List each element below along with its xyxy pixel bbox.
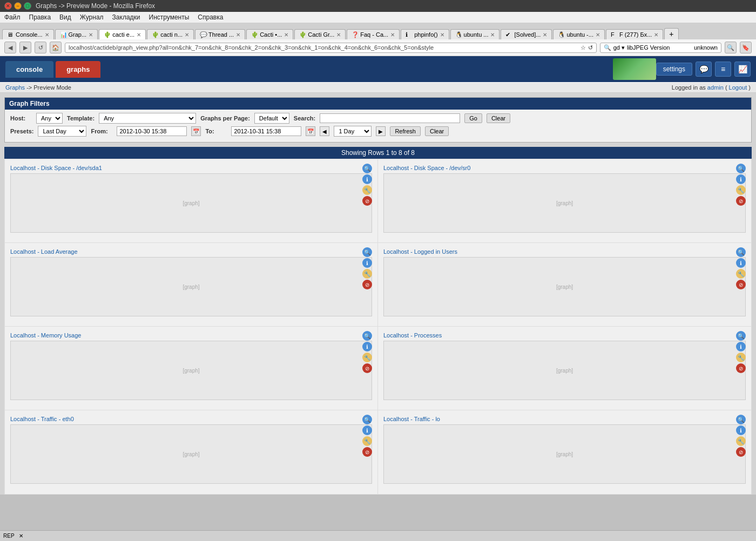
wrench-icon-4[interactable]: 🔧 <box>362 353 372 362</box>
tab-close-ubuntu2[interactable]: ✕ <box>596 32 600 38</box>
from-input[interactable] <box>117 126 187 136</box>
tab-close-ubuntu[interactable]: ✕ <box>490 32 495 38</box>
list-icon-button[interactable]: ≡ <box>715 62 731 77</box>
close-button[interactable]: ✕ <box>4 2 12 10</box>
info-icon-1[interactable]: ℹ <box>736 174 746 184</box>
tab-cacti-dot[interactable]: 🌵 Cacti •... ✕ <box>246 29 293 39</box>
graph-title-1[interactable]: Localhost - Disk Space - /dev/sr0 <box>383 165 746 171</box>
breadcrumb-link[interactable]: Graphs <box>5 84 25 91</box>
menu-tools[interactable]: Инструменты <box>149 13 190 21</box>
info-icon-6[interactable]: ℹ <box>362 425 372 435</box>
zoom-icon-6[interactable]: 🔍 <box>362 415 372 424</box>
graph-title-3[interactable]: Localhost - Logged in Users <box>383 248 746 255</box>
delete-icon-7[interactable]: ⊘ <box>736 447 746 457</box>
tab-close-solved[interactable]: ✕ <box>543 32 547 38</box>
info-icon-3[interactable]: ℹ <box>736 258 746 268</box>
graph-title-0[interactable]: Localhost - Disk Space - /dev/sda1 <box>10 165 372 171</box>
info-icon-7[interactable]: ℹ <box>736 425 746 435</box>
to-input[interactable] <box>231 126 301 136</box>
delete-icon-1[interactable]: ⊘ <box>736 196 746 206</box>
clear2-button[interactable]: Clear <box>425 126 449 136</box>
menu-bookmarks[interactable]: Закладки <box>112 13 140 21</box>
window-controls[interactable]: ✕ − □ <box>4 2 31 10</box>
settings-button[interactable]: settings <box>656 63 692 76</box>
tab-cacti-gr[interactable]: 🌵 Cacti Gr... ✕ <box>294 29 346 39</box>
tab-thread[interactable]: 💬 Thread ... ✕ <box>195 29 245 39</box>
delete-icon-0[interactable]: ⊘ <box>362 196 372 206</box>
browser-search-input[interactable] <box>627 44 692 51</box>
tab-close-graphs[interactable]: ✕ <box>89 32 93 38</box>
info-icon-5[interactable]: ℹ <box>736 342 746 351</box>
address-box[interactable]: localhost/cactideb/graph_view.php?all=on… <box>65 43 597 53</box>
forward-button[interactable]: ▶ <box>19 42 31 53</box>
wrench-icon-1[interactable]: 🔧 <box>736 185 746 195</box>
tab-close-phpinfo[interactable]: ✕ <box>440 32 444 38</box>
tab-close-cacti-n[interactable]: ✕ <box>185 32 189 38</box>
graph-title-6[interactable]: Localhost - Traffic - eth0 <box>10 416 372 422</box>
tab-close-cacti-dot[interactable]: ✕ <box>284 32 288 38</box>
logout-link[interactable]: Logout <box>729 84 747 91</box>
search-go-button[interactable]: 🔍 <box>725 42 737 53</box>
maximize-button[interactable]: □ <box>24 2 31 10</box>
from-calendar-icon[interactable]: 📅 <box>191 126 201 136</box>
info-icon-4[interactable]: ℹ <box>362 342 372 351</box>
tab-close-console[interactable]: ✕ <box>45 32 49 38</box>
delete-icon-2[interactable]: ⊘ <box>362 280 372 289</box>
info-icon-2[interactable]: ℹ <box>362 258 372 268</box>
help-icon-button[interactable]: 💬 <box>696 62 712 77</box>
graph-title-2[interactable]: Localhost - Load Average <box>10 248 372 255</box>
graph-title-5[interactable]: Localhost - Processes <box>383 332 746 339</box>
star-icon[interactable]: ☆ <box>580 44 586 51</box>
tab-close-thread[interactable]: ✕ <box>236 32 240 38</box>
tab-solved[interactable]: ✔ [Solved]... ✕ <box>501 29 552 39</box>
zoom-icon-1[interactable]: 🔍 <box>736 164 746 173</box>
tab-add[interactable]: + <box>664 28 678 39</box>
reload-button[interactable]: ↺ <box>35 42 46 53</box>
delete-icon-4[interactable]: ⊘ <box>362 363 372 373</box>
next-span-button[interactable]: ▶ <box>376 126 386 136</box>
delete-icon-6[interactable]: ⊘ <box>362 447 372 457</box>
tab-graphs[interactable]: 📊 Grap... ✕ <box>55 29 98 39</box>
info-icon-0[interactable]: ℹ <box>362 174 372 184</box>
wrench-icon-5[interactable]: 🔧 <box>736 353 746 362</box>
home-button[interactable]: 🏠 <box>50 42 62 53</box>
user-link[interactable]: admin <box>707 84 724 91</box>
tab-close-bx[interactable]: ✕ <box>654 32 658 38</box>
tab-app-graphs[interactable]: graphs <box>56 61 100 78</box>
menu-edit[interactable]: Правка <box>29 13 51 21</box>
browser-search-box[interactable]: 🔍 gd ▾ unknown <box>600 43 721 53</box>
back-button[interactable]: ◀ <box>4 42 16 53</box>
refresh-button[interactable]: Refresh <box>390 126 421 136</box>
graph-title-4[interactable]: Localhost - Memory Usage <box>10 332 372 339</box>
zoom-icon-4[interactable]: 🔍 <box>362 331 372 341</box>
wrench-icon-6[interactable]: 🔧 <box>362 436 372 446</box>
zoom-icon-0[interactable]: 🔍 <box>362 164 372 173</box>
go-button[interactable]: Go <box>464 113 482 123</box>
tab-close-faq[interactable]: ✕ <box>390 32 395 38</box>
wrench-icon-2[interactable]: 🔧 <box>362 269 372 279</box>
minimize-button[interactable]: − <box>14 2 22 10</box>
wrench-icon-7[interactable]: 🔧 <box>736 436 746 446</box>
tab-phpinfo[interactable]: ℹ phpinfo() ✕ <box>401 29 449 39</box>
delete-icon-5[interactable]: ⊘ <box>736 363 746 373</box>
span-select[interactable]: 1 Day <box>334 126 372 137</box>
chart-icon-button[interactable]: 📈 <box>734 62 751 77</box>
zoom-icon-5[interactable]: 🔍 <box>736 331 746 341</box>
bookmark-button[interactable]: 🔖 <box>740 42 752 53</box>
tab-app-console[interactable]: console <box>5 61 53 78</box>
template-select[interactable]: Any <box>99 113 196 124</box>
tab-close-cacti-gr[interactable]: ✕ <box>336 32 341 38</box>
tab-bx[interactable]: F F (277) Бx... ✕ <box>606 29 663 39</box>
menu-file[interactable]: Файл <box>4 13 21 21</box>
menu-help[interactable]: Справка <box>198 13 223 21</box>
tab-cacti-active[interactable]: 🌵 cacti e... ✕ <box>99 29 146 39</box>
tab-ubuntu[interactable]: 🐧 ubuntu ... ✕ <box>450 29 500 39</box>
host-select[interactable]: Any <box>36 113 63 124</box>
reload-small-icon[interactable]: ↺ <box>588 44 593 51</box>
presets-select[interactable]: Last Day <box>38 126 86 137</box>
wrench-icon-3[interactable]: 🔧 <box>736 269 746 279</box>
zoom-icon-7[interactable]: 🔍 <box>736 415 746 424</box>
tab-console[interactable]: 🖥 Console... ✕ <box>2 29 54 39</box>
tab-ubuntu2[interactable]: 🐧 ubuntu -... ✕ <box>553 29 605 39</box>
prev-span-button[interactable]: ◀ <box>320 126 329 136</box>
